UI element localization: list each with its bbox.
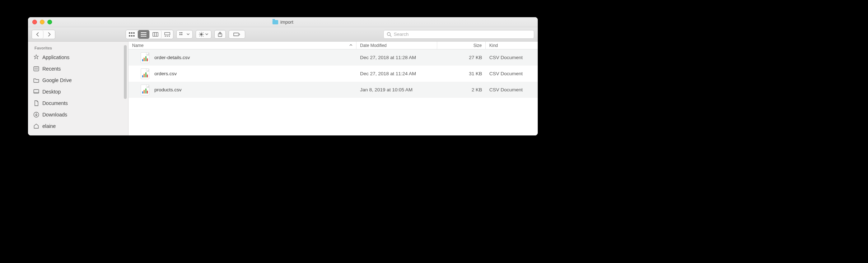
svg-rect-26 [202,35,204,37]
svg-rect-22 [201,36,201,37]
applications-icon [33,54,39,61]
home-icon [33,123,39,129]
titlebar-title: import [28,19,538,25]
file-size: 2 KB [437,87,486,92]
svg-rect-3 [129,35,130,37]
svg-rect-25 [199,32,200,33]
sidebar-item-label: Applications [42,54,70,60]
svg-rect-23 [199,34,200,34]
svg-rect-6 [141,32,146,33]
toolbar [28,27,538,42]
list-view-button[interactable] [138,30,150,39]
search-field[interactable] [383,30,534,39]
sidebar-item-downloads[interactable]: Downloads [28,109,128,120]
sidebar-item-label: Google Drive [42,77,72,83]
svg-point-30 [238,34,239,35]
svg-rect-17 [181,32,182,33]
sidebar-item-desktop[interactable]: Desktop [28,86,128,97]
svg-rect-14 [167,36,168,37]
downloads-icon [33,111,39,118]
svg-rect-24 [203,34,204,34]
sidebar-item-home[interactable]: elaine [28,120,128,132]
column-header-date[interactable]: Date Modified [356,42,437,49]
group-by-button[interactable] [176,30,193,39]
column-header-kind-label: Kind [489,43,498,48]
view-mode-group [126,30,173,39]
column-header-name[interactable]: Name [129,42,356,49]
sidebar-item-applications[interactable]: Applications [28,52,128,63]
sidebar-item-recents[interactable]: Recents [28,63,128,75]
file-row[interactable]: products.csv Jan 8, 2019 at 10:05 AM 2 K… [129,82,538,98]
forward-button[interactable] [43,30,55,39]
sidebar-item-google-drive[interactable]: Google Drive [28,75,128,86]
documents-icon [33,100,39,106]
traffic-lights [32,20,52,24]
folder-icon [272,20,278,24]
svg-line-32 [390,35,392,37]
file-row[interactable]: orders.csv Dec 27, 2018 at 11:24 AM 31 K… [129,66,538,82]
search-input[interactable] [394,32,531,37]
close-button[interactable] [32,20,37,24]
column-header-size-label: Size [473,43,482,48]
file-name: order-details.csv [154,55,190,60]
file-row[interactable]: order-details.csv Dec 27, 2018 at 11:28 … [129,49,538,66]
gallery-view-button[interactable] [162,30,173,39]
sidebar: Favorites Applications Recents Google Dr… [28,42,129,135]
svg-rect-8 [141,36,146,37]
file-size: 31 KB [437,71,486,76]
back-button[interactable] [32,30,43,39]
svg-point-20 [200,33,202,35]
nav-button-group [32,30,55,39]
file-name: orders.csv [154,71,177,76]
tags-button[interactable] [229,30,245,39]
sidebar-item-label: Desktop [42,89,61,95]
search-icon [387,32,392,37]
svg-rect-12 [165,32,170,35]
svg-rect-2 [133,32,135,34]
sidebar-item-label: Documents [42,100,68,106]
icon-view-button[interactable] [126,30,138,39]
minimize-button[interactable] [40,20,45,24]
sidebar-item-documents[interactable]: Documents [28,97,128,109]
body-split: Favorites Applications Recents Google Dr… [28,42,538,135]
csv-file-icon [141,85,149,95]
column-header-size[interactable]: Size [437,42,486,49]
svg-rect-33 [34,67,39,71]
finder-window: import [28,17,538,135]
csv-file-icon [141,52,149,63]
svg-rect-16 [179,32,181,33]
sidebar-scrollbar[interactable] [124,45,127,99]
sort-ascending-icon [349,43,353,47]
column-view-button[interactable] [150,30,162,39]
sidebar-item-label: elaine [42,123,56,129]
svg-rect-9 [153,32,158,36]
file-size: 27 KB [437,55,486,60]
svg-rect-15 [169,36,170,37]
svg-rect-1 [131,32,132,34]
recents-icon [33,66,39,72]
desktop-icon [33,89,39,95]
column-header-name-label: Name [132,43,144,48]
share-button[interactable] [214,30,226,39]
action-menu-button[interactable] [196,30,211,39]
file-list[interactable]: order-details.csv Dec 27, 2018 at 11:28 … [129,49,538,135]
svg-rect-28 [199,35,200,37]
svg-rect-19 [181,34,182,35]
column-header-kind[interactable]: Kind [486,42,538,49]
svg-rect-7 [141,34,146,35]
file-kind: CSV Document [486,71,538,76]
svg-rect-0 [129,32,130,34]
file-kind: CSV Document [486,87,538,92]
columns-header: Name Date Modified Size Kind [129,42,538,49]
column-header-date-label: Date Modified [360,43,387,48]
sidebar-item-label: Downloads [42,112,67,118]
window-title-text: import [280,19,293,25]
svg-rect-18 [179,34,181,35]
file-name: products.csv [154,87,182,92]
svg-rect-27 [202,32,204,33]
file-kind: CSV Document [486,55,538,60]
sidebar-item-label: Recents [42,66,61,72]
svg-rect-5 [133,35,135,37]
titlebar[interactable]: import [28,17,538,27]
zoom-button[interactable] [47,20,52,24]
